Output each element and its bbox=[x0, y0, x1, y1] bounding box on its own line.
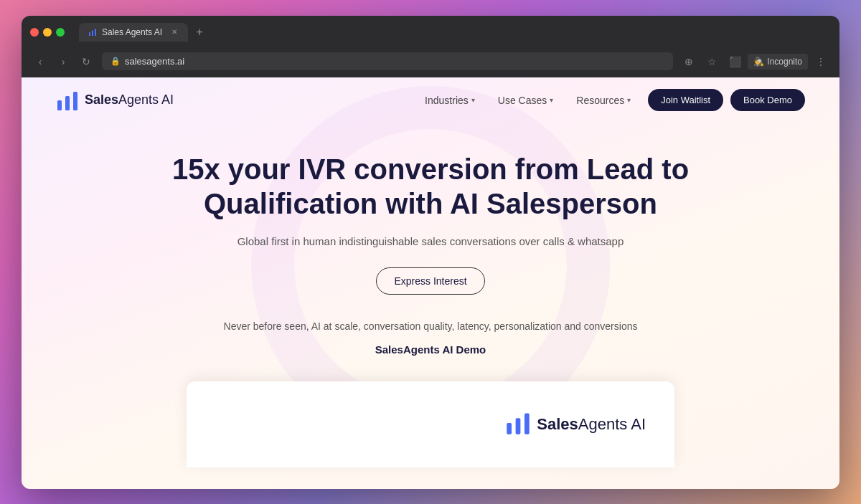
svg-rect-6 bbox=[507, 423, 512, 434]
logo-icon bbox=[56, 89, 79, 112]
traffic-lights bbox=[30, 28, 65, 37]
forward-button[interactable]: › bbox=[53, 52, 73, 72]
svg-rect-0 bbox=[89, 32, 90, 36]
close-traffic-light[interactable] bbox=[30, 28, 39, 37]
new-tab-button[interactable]: + bbox=[191, 24, 208, 41]
website-content: SalesAgents AI Industries ▾ Use Cases ▾ … bbox=[22, 77, 839, 489]
browser-actions: ⊕ ☆ ⬛ 🕵 Incognito ⋮ bbox=[679, 52, 831, 72]
browser-controls-bar: ‹ › ↻ 🔒 salesagents.ai ⊕ ☆ ⬛ 🕵 Incognito… bbox=[30, 47, 831, 77]
navbar: SalesAgents AI Industries ▾ Use Cases ▾ … bbox=[22, 77, 839, 123]
svg-rect-3 bbox=[57, 100, 62, 110]
maximize-traffic-light[interactable] bbox=[56, 28, 65, 37]
express-interest-button[interactable]: Express Interest bbox=[376, 267, 484, 295]
logo[interactable]: SalesAgents AI bbox=[56, 89, 174, 112]
join-waitlist-button[interactable]: Join Waitlist bbox=[648, 89, 723, 111]
back-button[interactable]: ‹ bbox=[30, 52, 50, 72]
demo-logo: SalesAgents AI bbox=[505, 410, 646, 439]
nav-buttons: Join Waitlist Book Demo bbox=[648, 89, 805, 111]
svg-rect-7 bbox=[516, 418, 521, 434]
nav-resources[interactable]: Resources ▾ bbox=[576, 95, 631, 106]
nav-links: Industries ▾ Use Cases ▾ Resources ▾ bbox=[425, 95, 631, 106]
svg-rect-5 bbox=[73, 92, 77, 110]
bookmark-icon[interactable]: ☆ bbox=[702, 52, 722, 72]
hero-title: 15x your IVR conversion from Lead to Qua… bbox=[161, 152, 700, 221]
hero-subtitle: Global first in human indistinguishable … bbox=[79, 235, 782, 247]
tab-close-button[interactable]: ✕ bbox=[169, 27, 179, 37]
svg-rect-8 bbox=[524, 413, 530, 434]
cast-icon[interactable]: ⊕ bbox=[679, 52, 699, 72]
browser-window: Sales Agents AI ✕ + ‹ › ↻ 🔒 salesagents.… bbox=[22, 16, 839, 489]
lock-icon: 🔒 bbox=[110, 57, 121, 66]
demo-logo-icon bbox=[505, 410, 531, 439]
book-demo-button[interactable]: Book Demo bbox=[730, 89, 805, 111]
hero-section: 15x your IVR conversion from Lead to Qua… bbox=[22, 123, 839, 370]
logo-text: SalesAgents AI bbox=[85, 92, 174, 108]
nav-use-cases[interactable]: Use Cases ▾ bbox=[498, 95, 553, 106]
tab-favicon bbox=[88, 27, 98, 37]
minimize-traffic-light[interactable] bbox=[43, 28, 52, 37]
chevron-down-icon: ▾ bbox=[627, 96, 631, 104]
svg-rect-2 bbox=[95, 29, 96, 36]
refresh-button[interactable]: ↻ bbox=[76, 52, 96, 72]
more-options-icon[interactable]: ⋮ bbox=[811, 52, 831, 72]
demo-preview: SalesAgents AI bbox=[187, 381, 674, 467]
active-tab[interactable]: Sales Agents AI ✕ bbox=[79, 23, 188, 42]
tab-label: Sales Agents AI bbox=[102, 27, 162, 37]
tab-bar: Sales Agents AI ✕ + bbox=[79, 23, 831, 42]
url-text: salesagents.ai bbox=[125, 56, 184, 67]
hero-description: Never before seen, AI at scale, conversa… bbox=[215, 320, 646, 332]
chevron-down-icon: ▾ bbox=[550, 96, 553, 104]
demo-label: SalesAgents AI Demo bbox=[79, 343, 782, 356]
chevron-down-icon: ▾ bbox=[471, 96, 475, 104]
browser-chrome: Sales Agents AI ✕ + ‹ › ↻ 🔒 salesagents.… bbox=[22, 16, 839, 77]
svg-rect-4 bbox=[65, 96, 70, 110]
incognito-label: Incognito bbox=[767, 57, 802, 67]
svg-rect-1 bbox=[92, 30, 93, 36]
nav-industries[interactable]: Industries ▾ bbox=[425, 95, 475, 106]
address-bar[interactable]: 🔒 salesagents.ai bbox=[102, 52, 673, 70]
nav-controls: ‹ › ↻ bbox=[30, 52, 96, 72]
demo-logo-text: SalesAgents AI bbox=[537, 415, 646, 434]
incognito-icon: 🕵 bbox=[753, 57, 764, 67]
extensions-icon[interactable]: ⬛ bbox=[725, 52, 745, 72]
incognito-button[interactable]: 🕵 Incognito bbox=[748, 54, 808, 70]
